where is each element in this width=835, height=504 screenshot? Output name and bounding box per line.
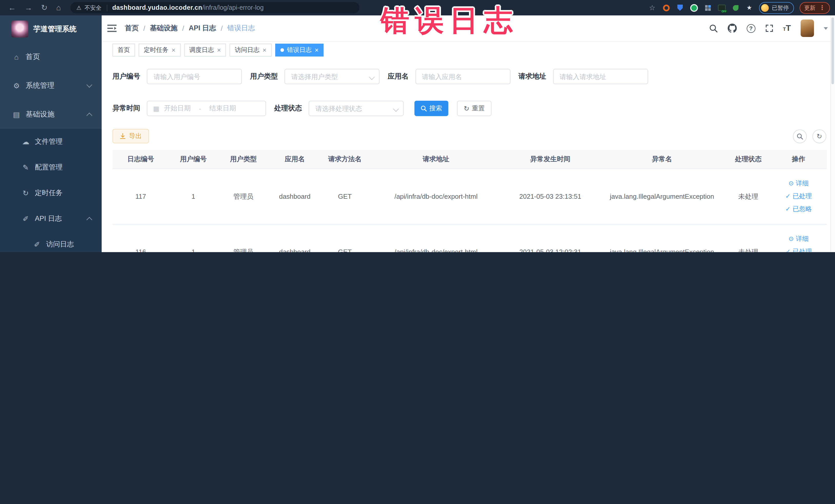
forward-arrow-icon[interactable]: → [25,0,32,15]
chevron-down-icon[interactable] [824,27,828,29]
sidebar-item[interactable]: ☁文件管理 [0,129,102,155]
breadcrumb-item: 错误日志 [227,24,255,33]
cell-exception: java.lang.IllegalArgumentException [598,193,726,200]
action-link[interactable]: ✓已处理 [786,246,812,252]
reset-button[interactable]: ↻ 重置 [457,101,492,116]
cell-time: 2021-05-03 23:13:51 [503,193,598,200]
green-leaf-extension-icon[interactable] [731,4,739,12]
sidebar-item-label: 首页 [26,53,40,62]
home-icon[interactable]: ⌂ [56,0,61,15]
sidebar-toggle-icon[interactable] [105,22,119,35]
select-input[interactable] [284,69,380,84]
filter-field: 用户类型 [250,69,380,84]
cell-log-id: 116 [113,248,169,252]
navbar-actions: ?TT [709,20,828,37]
sidebar-item[interactable]: ⌂首页 [0,43,102,72]
tab-item[interactable]: 定时任务× [139,44,180,57]
browser-chrome: ←→↻⌂ ⚠ 不安全 dashboard.yudao.iocoder.cn/in… [0,0,835,15]
check-icon: ✓ [786,191,791,202]
update-label: 更新 [804,4,815,12]
reload-icon[interactable]: ↻ [41,0,47,15]
scrollbar-track[interactable] [830,15,835,252]
sidebar-item-label: 文件管理 [35,137,63,146]
browser-menu-icon: ⋮ [819,4,825,11]
breadcrumb-item[interactable]: API 日志 [189,24,216,33]
export-button-label: 导出 [129,132,142,140]
browser-update-button[interactable]: 更新 ⋮ [799,2,830,14]
green-badge-extension-icon[interactable] [690,4,698,12]
breadcrumb-item[interactable]: 首页 [125,24,139,33]
doc-edit-icon: ✐ [33,240,41,248]
action-link[interactable]: ⊙详细 [789,178,809,189]
date-range-picker[interactable]: ▦ 开始日期 - 结束日期 [147,101,266,116]
close-icon[interactable]: × [217,47,221,54]
paused-label: 已暂停 [772,4,789,12]
tab-label: 调度日志 [189,46,214,55]
scrollbar-thumb[interactable] [831,18,834,84]
close-icon[interactable]: × [263,47,266,54]
tab-item[interactable]: 首页 [113,44,135,57]
security-warning-icon: ⚠ [76,4,81,11]
sidebar-item-label: API 日志 [35,214,62,223]
github-icon[interactable] [728,24,737,33]
action-link[interactable]: ✓已处理 [786,191,812,202]
tab-item[interactable]: 访问日志× [230,44,271,57]
filter-input[interactable] [553,69,648,84]
cell-user-id: 1 [169,248,218,252]
search-icon[interactable] [709,24,718,33]
cell-url: /api/infra/db-doc/export-html [369,248,503,252]
white-star-extension-icon[interactable] [745,4,753,12]
sidebar-item[interactable]: ✎配置管理 [0,155,102,180]
address-bar[interactable]: ⚠ 不安全 dashboard.yudao.iocoder.cn/infra/l… [70,2,359,13]
grid-extension-icon[interactable] [704,4,712,12]
table-body: 1171管理员dashboardGET/api/infra/db-doc/exp… [113,169,827,252]
refresh-button[interactable]: ↻ [812,129,826,143]
sidebar-item[interactable]: ✐访问日志 [0,231,102,252]
sidebar-item[interactable]: ⚙系统管理 [0,72,102,100]
search-toggle-button[interactable] [793,129,807,143]
filter-input[interactable] [415,69,510,84]
help-icon[interactable]: ? [747,24,755,33]
sidebar-item[interactable]: ✐API 日志 [0,206,102,231]
close-icon[interactable]: × [171,47,175,54]
avatar[interactable] [801,20,814,37]
search-icon [421,105,427,112]
filter-label: 应用名 [388,72,409,81]
status-select-input[interactable] [308,101,404,116]
text-size-icon[interactable]: TT [783,24,791,32]
status-select[interactable] [308,101,404,116]
back-arrow-icon[interactable]: ← [8,0,16,15]
tab-item[interactable]: 错误日志× [275,44,324,57]
table-row: 1161管理员dashboardGET/api/infra/db-doc/exp… [113,224,827,252]
fullscreen-icon[interactable] [765,24,773,32]
tab-item[interactable]: 调度日志× [184,44,226,57]
filter-field: 请求地址 [518,69,648,84]
export-button[interactable]: 导出 [113,129,149,143]
cell-user-id: 1 [169,193,218,200]
switch-off-extension-icon[interactable] [717,4,726,12]
sidebar-item-label: 定时任务 [35,188,63,198]
table-header-row: 日志编号用户编号用户类型应用名请求方法名请求地址异常发生时间异常名处理状态操作 [113,150,827,169]
orange-ring-extension-icon[interactable] [662,4,670,12]
filter-select[interactable] [284,69,380,84]
breadcrumb-item[interactable]: 基础设施 [150,24,178,33]
security-label: 不安全 [84,4,101,12]
action-label: 详细 [796,234,809,244]
error-log-table: 日志编号用户编号用户类型应用名请求方法名请求地址异常发生时间异常名处理状态操作 … [113,150,827,252]
close-icon[interactable]: × [315,47,319,54]
column-header: 请求方法名 [320,155,369,164]
profile-paused-chip[interactable]: 已暂停 [759,2,794,14]
filter-label: 用户编号 [113,72,140,81]
app-logo-row[interactable]: 芋道管理系统 [0,15,102,43]
sidebar-item[interactable]: ▤基础设施 [0,100,102,129]
blue-shield-extension-icon[interactable] [676,4,684,12]
filter-input[interactable] [147,69,242,84]
search-button[interactable]: 搜索 [414,101,448,116]
browser-nav-buttons: ←→↻⌂ [0,0,61,15]
action-link[interactable]: ✓已忽略 [786,204,812,215]
action-link[interactable]: ⊙详细 [789,234,809,244]
sidebar-item[interactable]: ↻定时任务 [0,180,102,206]
filter-field: 用户编号 [113,69,242,84]
calendar-icon: ▦ [153,104,159,112]
bookmark-star-icon[interactable] [648,4,656,12]
